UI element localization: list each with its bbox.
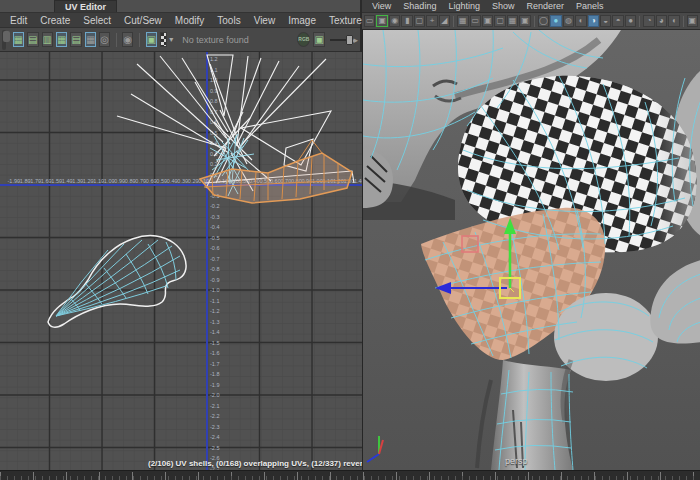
- viewport-canvas[interactable]: persp: [362, 30, 700, 470]
- gate-mask-icon[interactable]: ▢: [494, 15, 505, 27]
- pan-zoom-icon[interactable]: +: [426, 15, 437, 27]
- svg-text:-0.3: -0.3: [210, 214, 219, 220]
- camera-lock-icon[interactable]: ▭: [364, 15, 375, 27]
- uv-status-text: (2/106) UV shells, (0/168) overlapping U…: [148, 459, 362, 468]
- texture-checker-swatch[interactable]: [160, 32, 167, 47]
- svg-text:-2.3: -2.3: [210, 424, 219, 430]
- bookmark-icon[interactable]: ▮: [401, 15, 412, 27]
- toolbar-separator: [534, 16, 535, 27]
- menu-tools[interactable]: Tools: [217, 15, 240, 26]
- camera-settings-icon[interactable]: ◉: [389, 15, 400, 27]
- light-icon[interactable]: ◓: [612, 15, 623, 27]
- grid-icon[interactable]: ▦: [457, 15, 468, 27]
- menu-edit[interactable]: Edit: [10, 15, 27, 26]
- time-slider[interactable]: [0, 470, 700, 480]
- menu-image[interactable]: Image: [288, 15, 316, 26]
- svg-text:-0.5: -0.5: [210, 235, 219, 241]
- toolbar-scrollbar[interactable]: [2, 30, 6, 50]
- svg-text:-0.6: -0.6: [210, 245, 219, 251]
- display-image-icon[interactable]: ▣: [146, 32, 157, 47]
- viewport-menubar: View Shading Lighting Show Renderer Pane…: [362, 0, 700, 13]
- uv-editor-panel: UV Editor Edit Create Select Cut/Sew Mod…: [0, 0, 362, 470]
- film-gate-icon[interactable]: ▭: [470, 15, 481, 27]
- toolbar-separator: [639, 16, 640, 27]
- svg-text:0.5: 0.5: [210, 130, 218, 136]
- menu-select[interactable]: Select: [83, 15, 111, 26]
- shade-uvs-icon[interactable]: ◎: [99, 32, 110, 47]
- svg-text:-0.7: -0.7: [210, 256, 219, 262]
- image-plane-icon[interactable]: ▢: [414, 15, 425, 27]
- exposure-icon[interactable]: ◖: [668, 15, 679, 27]
- viewport-toolbar: ▭▣◉▮▢+◢▦▭▣▢▦▣◯●◍◐◑◒◓●◔◕◖▣: [362, 13, 700, 30]
- svg-text:1.40: 1.40: [354, 178, 362, 184]
- svg-text:-1.4: -1.4: [210, 329, 219, 335]
- dim-sphere-icon[interactable]: ●: [625, 15, 636, 27]
- menu-vp-show[interactable]: Show: [492, 1, 515, 11]
- plane-handle[interactable]: [462, 236, 478, 252]
- svg-text:-0.4: -0.4: [210, 224, 219, 230]
- uv-editor-tab[interactable]: UV Editor: [54, 0, 117, 12]
- menu-vp-shading[interactable]: Shading: [403, 1, 436, 11]
- svg-text:0.8: 0.8: [210, 98, 218, 104]
- xray-joints-icon[interactable]: ◕: [656, 15, 667, 27]
- svg-text:-2.2: -2.2: [210, 413, 219, 419]
- svg-text:-0.8: -0.8: [210, 266, 219, 272]
- uv-snapshot-icon[interactable]: ◉: [122, 32, 133, 47]
- svg-text:-1.7: -1.7: [210, 361, 219, 367]
- svg-text:1.2: 1.2: [210, 56, 218, 62]
- svg-text:-1.3: -1.3: [210, 319, 219, 325]
- svg-text:-0.2: -0.2: [210, 203, 219, 209]
- resolution-gate-icon[interactable]: ▣: [482, 15, 493, 27]
- toolbar-separator: [683, 16, 684, 27]
- svg-text:-1.6: -1.6: [210, 350, 219, 356]
- menu-vp-lighting[interactable]: Lighting: [448, 1, 480, 11]
- uv-editor-menubar: Edit Create Select Cut/Sew Modify Tools …: [0, 13, 360, 28]
- calf: [491, 360, 573, 470]
- texture-dropdown-caret[interactable]: ▾: [169, 35, 173, 44]
- maya-window: UV Editor Edit Create Select Cut/Sew Mod…: [0, 0, 700, 480]
- use-all-lights-icon[interactable]: ◐: [575, 15, 586, 27]
- menu-vp-view[interactable]: View: [372, 1, 391, 11]
- svg-text:-1.1: -1.1: [210, 298, 219, 304]
- svg-text:-0.9: -0.9: [210, 277, 219, 283]
- svg-text:-1.0: -1.0: [210, 287, 219, 293]
- field-chart-icon[interactable]: ▦: [507, 15, 518, 27]
- uv-canvas[interactable]: -1.90-1.80-1.70-1.60-1.50-1.40-1.30-1.20…: [0, 52, 362, 470]
- perspective-panel: View Shading Lighting Show Renderer Pane…: [362, 0, 700, 470]
- safe-action-icon[interactable]: ▣: [519, 15, 530, 27]
- pixel-snap-icon[interactable]: ▤: [70, 32, 81, 47]
- wireframe-icon[interactable]: ◯: [538, 15, 549, 27]
- shadows-icon[interactable]: ◑: [588, 15, 599, 27]
- menu-view[interactable]: View: [254, 15, 276, 26]
- rgb-channels-icon[interactable]: RGB: [297, 32, 310, 47]
- texture-name-field[interactable]: No texture found: [176, 35, 294, 45]
- svg-text:-1.2: -1.2: [210, 308, 219, 314]
- uv-shell-border-icon[interactable]: ▦: [13, 32, 24, 47]
- menu-create[interactable]: Create: [40, 15, 70, 26]
- svg-text:-2.0: -2.0: [210, 392, 219, 398]
- textured-icon[interactable]: ◍: [563, 15, 574, 27]
- image-dim-slider[interactable]: [330, 33, 346, 47]
- smooth-shade-icon[interactable]: ●: [550, 15, 561, 27]
- uv-tiles-icon[interactable]: ▥: [42, 32, 53, 47]
- uv-editor-toolbar: ▦▤▥▦▤▦◎◉▣▾No texture foundRGB▣▸▸: [0, 28, 360, 52]
- svg-text:-2.1: -2.1: [210, 403, 219, 409]
- toolbar-separator: [453, 16, 454, 27]
- camera-label: persp: [505, 456, 528, 466]
- xray-icon[interactable]: ◔: [643, 15, 654, 27]
- uv-editor-titlebar: UV Editor: [0, 0, 360, 13]
- menu-vp-panels[interactable]: Panels: [576, 1, 604, 11]
- ao-icon[interactable]: ◒: [600, 15, 611, 27]
- grease-pencil-icon[interactable]: ◢: [439, 15, 450, 27]
- isolate-select-icon[interactable]: ▣: [687, 15, 698, 27]
- select-camera-icon[interactable]: ▣: [376, 15, 387, 27]
- dim-image-icon[interactable]: ▣: [313, 32, 324, 47]
- grid-display-icon[interactable]: ▦: [56, 32, 67, 47]
- menu-cutsew[interactable]: Cut/Sew: [124, 15, 162, 26]
- menu-vp-renderer[interactable]: Renderer: [526, 1, 564, 11]
- svg-text:-1.8: -1.8: [210, 371, 219, 377]
- dim-grid-icon[interactable]: ▦: [85, 32, 96, 47]
- svg-text:-1.5: -1.5: [210, 340, 219, 346]
- menu-modify[interactable]: Modify: [175, 15, 204, 26]
- uv-distortion-icon[interactable]: ▤: [27, 32, 38, 47]
